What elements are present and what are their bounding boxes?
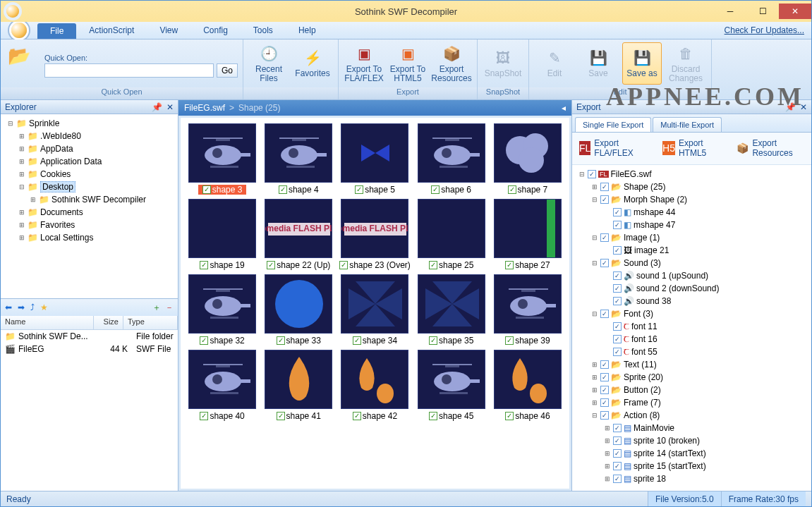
file-row[interactable]: 🎬FileEG44 KSWF File (1, 343, 178, 355)
fwd-icon[interactable]: ➡ (18, 303, 25, 312)
thumb-checkbox[interactable]: ✓ (200, 412, 208, 420)
close-panel-icon[interactable]: ✕ (800, 102, 807, 112)
thumb-item[interactable]: ✓shape 3 (186, 123, 258, 195)
snapshot-button[interactable]: 🖼SnapShot (483, 42, 523, 85)
thumb-item[interactable]: ✓shape 33 (262, 274, 334, 346)
export-tree-item[interactable]: ✓🖼 image 21 (575, 244, 808, 257)
check-updates-link[interactable]: Check For Updates... (717, 22, 811, 39)
export-tree-item[interactable]: ✓Ꞇ font 11 (575, 320, 808, 333)
thumb-checkbox[interactable]: ✓ (279, 185, 287, 194)
export-tree-item[interactable]: ✓◧ mshape 47 (575, 219, 808, 231)
thumb-checkbox[interactable]: ✓ (505, 412, 514, 420)
thumb-checkbox[interactable]: ✓ (431, 185, 440, 194)
tree-checkbox[interactable]: ✓ (613, 449, 622, 458)
export-tree-item[interactable]: ⊟✓FL FileEG.swf (575, 168, 808, 181)
explorer-item[interactable]: ⊞📁Local Settings (2, 231, 176, 244)
tree-checkbox[interactable]: ✓ (613, 335, 622, 343)
explorer-item[interactable]: ⊞📁Sothink SWF Decompiler (2, 193, 176, 206)
tree-checkbox[interactable]: ✓ (613, 297, 622, 305)
export-html5-link[interactable]: H5Export HTML5 (662, 138, 720, 159)
export-tree-item[interactable]: ✓🔊 sound 2 (downSound) (575, 282, 808, 295)
menu-tools[interactable]: Tools (241, 22, 286, 39)
tree-checkbox[interactable]: ✓ (613, 475, 622, 483)
pin-icon[interactable]: 📌 (152, 102, 162, 112)
tree-checkbox[interactable]: ✓ (613, 221, 622, 229)
file-list[interactable]: 📁Sothink SWF De...File folder🎬FileEG44 K… (1, 330, 178, 491)
explorer-item[interactable]: ⊟📁Sprinkle (2, 117, 176, 130)
tree-checkbox[interactable]: ✓ (600, 398, 609, 407)
thumb-item[interactable]: ✓shape 40 (186, 350, 258, 421)
export-fla-button[interactable]: ▣Export To FLA/FLEX (344, 42, 384, 85)
breadcrumb-file[interactable]: FileEG.swf (184, 103, 225, 113)
thumb-item[interactable]: ✓shape 25 (416, 199, 487, 270)
folder-open-icon[interactable]: 📂 (8, 45, 30, 67)
export-tree-item[interactable]: ⊞✓▤ MainMovie (575, 422, 808, 434)
explorer-item[interactable]: ⊞📁AppData (2, 142, 176, 155)
tree-checkbox[interactable]: ✓ (588, 170, 596, 178)
export-tree-item[interactable]: ⊞✓📂 Frame (7) (575, 396, 808, 409)
explorer-item[interactable]: ⊞📁.WebIde80 (2, 130, 176, 142)
thumb-checkbox[interactable]: ✓ (339, 261, 348, 269)
tree-checkbox[interactable]: ✓ (613, 462, 622, 470)
thumb-item[interactable]: ✓shape 32 (186, 274, 258, 346)
thumb-item[interactable]: ✓shape 4 (262, 123, 334, 195)
thumb-item[interactable]: macromedia FLASH PLAYER✓shape 23 (Over) (339, 199, 411, 270)
export-tree-item[interactable]: ⊟✓📂 Sound (3) (575, 257, 808, 269)
thumb-item[interactable]: ✓shape 19 (186, 199, 258, 270)
tree-checkbox[interactable]: ✓ (600, 373, 609, 381)
go-button[interactable]: Go (217, 63, 238, 78)
recent-files-button[interactable]: 🕘Recent Files (249, 42, 289, 85)
thumb-checkbox[interactable]: ✓ (505, 261, 514, 269)
export-tree-item[interactable]: ✓Ꞇ font 55 (575, 346, 808, 358)
tree-checkbox[interactable]: ✓ (600, 411, 609, 420)
export-tree-item[interactable]: ⊞✓▤ sprite 15 (startText) (575, 460, 808, 472)
thumb-item[interactable]: ✓shape 41 (262, 350, 334, 421)
explorer-tree[interactable]: ⊟📁Sprinkle⊞📁.WebIde80⊞📁AppData⊞📁Applicat… (1, 114, 178, 298)
discard-button[interactable]: 🗑Discard Changes (666, 42, 705, 85)
explorer-item[interactable]: ⊞📁Cookies (2, 168, 176, 181)
thumb-checkbox[interactable]: ✓ (277, 412, 285, 420)
thumb-item[interactable]: ✓shape 6 (416, 123, 487, 195)
tree-checkbox[interactable]: ✓ (600, 310, 609, 318)
remove-icon[interactable]: － (165, 302, 174, 314)
thumb-checkbox[interactable]: ✓ (353, 336, 361, 345)
thumb-item[interactable]: ✓shape 7 (492, 123, 564, 195)
tree-checkbox[interactable]: ✓ (600, 183, 609, 191)
thumb-item[interactable]: ✓shape 27 (492, 199, 564, 270)
export-tree-item[interactable]: ⊞✓▤ sprite 14 (startText) (575, 447, 808, 460)
tree-checkbox[interactable]: ✓ (600, 259, 609, 267)
tree-checkbox[interactable]: ✓ (613, 348, 622, 356)
tree-checkbox[interactable]: ✓ (613, 424, 622, 432)
export-tree-item[interactable]: ✓Ꞇ font 16 (575, 333, 808, 346)
explorer-item[interactable]: ⊞📁Application Data (2, 155, 176, 168)
thumb-item[interactable]: ✓shape 39 (492, 274, 564, 346)
thumb-checkbox[interactable]: ✓ (202, 185, 211, 194)
thumb-checkbox[interactable]: ✓ (353, 412, 361, 420)
pin-icon[interactable]: 📌 (785, 102, 796, 112)
thumb-checkbox[interactable]: ✓ (267, 261, 275, 269)
export-tree-item[interactable]: ✓🔊 sound 1 (upSound) (575, 269, 808, 282)
tree-checkbox[interactable]: ✓ (613, 246, 622, 255)
tree-checkbox[interactable]: ✓ (613, 436, 622, 445)
export-tree-item[interactable]: ⊞✓▤ sprite 18 (575, 472, 808, 485)
save-as-button[interactable]: 💾Save as (622, 42, 662, 85)
export-tree-item[interactable]: ⊞✓📂 Sprite (20) (575, 371, 808, 384)
export-tree[interactable]: ⊟✓FL FileEG.swf⊞✓📂 Shape (25)⊟✓📂 Morph S… (572, 165, 811, 491)
thumb-checkbox[interactable]: ✓ (200, 261, 208, 269)
thumb-item[interactable]: ✓shape 42 (339, 350, 411, 421)
add-icon[interactable]: ＋ (152, 302, 161, 314)
export-tree-item[interactable]: ✓◧ mshape 44 (575, 206, 808, 219)
menu-view[interactable]: View (147, 22, 190, 39)
export-resources-button[interactable]: 📦Export Resources (432, 42, 471, 85)
export-tree-item[interactable]: ⊞✓▤ sprite 10 (broken) (575, 434, 808, 447)
tree-checkbox[interactable]: ✓ (613, 271, 622, 280)
edit-button[interactable]: ✎Edit (535, 42, 574, 85)
tree-checkbox[interactable]: ✓ (600, 360, 609, 369)
back-icon[interactable]: ⬅ (5, 303, 12, 312)
favorites-button[interactable]: ⚡Favorites (293, 42, 332, 85)
tab-single-export[interactable]: Single File Export (575, 117, 651, 132)
quick-open-input[interactable] (44, 63, 214, 78)
export-tree-item[interactable]: ⊟✓📂 Action (8) (575, 409, 808, 422)
save-button[interactable]: 💾Save (578, 42, 618, 85)
thumb-checkbox[interactable]: ✓ (277, 336, 285, 345)
